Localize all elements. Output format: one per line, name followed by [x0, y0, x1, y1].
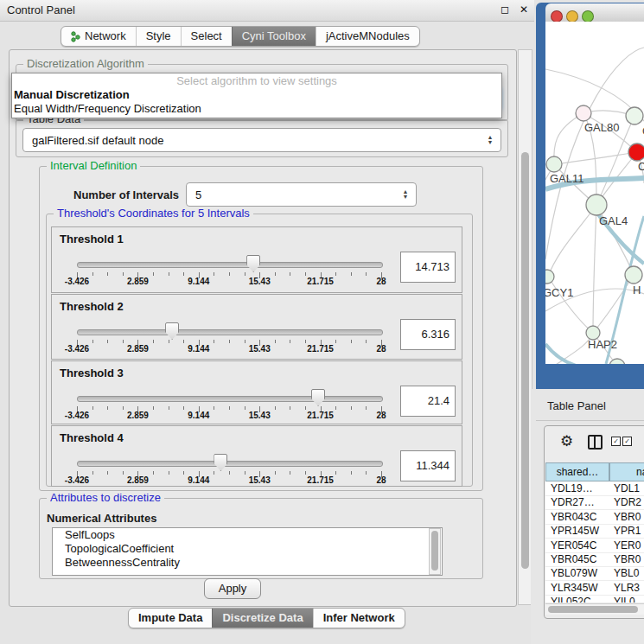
slider-thumb[interactable] — [214, 454, 227, 471]
slider-thumb[interactable] — [311, 389, 325, 406]
close-traffic-light-icon[interactable] — [551, 10, 563, 22]
slider-track[interactable] — [77, 262, 383, 268]
slider-track[interactable] — [77, 329, 383, 335]
network-canvas[interactable]: GAL80GACGAL11GAL4GCY1HHAP2 — [545, 22, 644, 364]
table-row[interactable]: YBR043CYBR0 — [545, 510, 644, 525]
tab-network[interactable]: Network — [61, 27, 136, 46]
network-edge[interactable] — [548, 205, 596, 277]
attribute-list-item[interactable]: SelfLoops — [53, 528, 442, 542]
threshold-value-field[interactable]: 14.713 — [400, 252, 456, 283]
slider-track[interactable] — [77, 396, 383, 402]
slider-tick-label: 9.144 — [188, 277, 209, 286]
table-row[interactable]: YER054CYER0 — [545, 539, 644, 553]
slider-thumb[interactable] — [246, 255, 260, 272]
apply-button[interactable]: Apply — [204, 578, 261, 599]
dropdown-option-manual-discretization[interactable]: Manual Discretization — [12, 88, 501, 102]
control-panel-title: Control Panel — [7, 3, 75, 16]
table-data-combo-value: galFiltered.sif default node — [23, 134, 483, 147]
network-node[interactable] — [626, 107, 643, 124]
network-node[interactable] — [628, 143, 644, 161]
network-node[interactable] — [546, 156, 562, 172]
table-row[interactable]: YBL079WYBL0 — [545, 566, 644, 581]
network-window-titlebar[interactable] — [545, 3, 644, 22]
numerical-attributes-label: Numerical Attributes — [47, 512, 156, 525]
number-of-intervals-combo[interactable]: 5 ▲▼ — [186, 182, 417, 207]
numerical-attributes-list[interactable]: SelfLoopsTopologicalCoefficientBetweenne… — [52, 527, 443, 576]
tab-cyni-toolbox[interactable]: Cyni Toolbox — [232, 27, 316, 46]
threshold-value-field[interactable]: 21.4 — [400, 386, 456, 417]
table-header-name[interactable]: na — [609, 462, 644, 481]
threshold-label: Threshold 4 — [60, 431, 124, 444]
tab-style[interactable]: Style — [136, 27, 181, 46]
tab-select[interactable]: Select — [181, 27, 232, 46]
zoom-traffic-light-icon[interactable] — [582, 10, 594, 22]
network-node-label: HAP2 — [588, 338, 617, 351]
slider-track[interactable] — [77, 461, 383, 467]
table-header-shared-name[interactable]: shared… — [545, 462, 609, 481]
attributes-list-scrollbar[interactable] — [429, 528, 441, 575]
float-window-icon[interactable]: ◻ — [501, 3, 509, 16]
attribute-list-item[interactable]: BetweennessCentrality — [53, 556, 442, 570]
network-edge[interactable] — [554, 113, 583, 164]
tab-discretize-data[interactable]: Discretize Data — [212, 609, 312, 628]
control-panel-tabbar: NetworkStyleSelectCyni ToolboxjActiveMNo… — [61, 26, 420, 47]
slider-tick-label: -3.426 — [65, 475, 89, 485]
attribute-list-item[interactable]: TopologicalCoefficient — [53, 542, 442, 556]
network-node[interactable] — [609, 359, 625, 364]
discretization-algorithm-group-label: Discretization Algorithm — [23, 57, 148, 70]
network-node[interactable] — [586, 194, 607, 215]
gear-icon[interactable]: ⚙ — [560, 432, 573, 450]
slider-tick-label: 28 — [376, 475, 386, 485]
slider-thumb[interactable] — [165, 322, 179, 340]
control-panel-scrollbar-thumb[interactable] — [521, 152, 529, 569]
combo-arrows-icon: ▲▼ — [399, 189, 416, 200]
network-edge[interactable] — [548, 277, 593, 333]
slider-tick-label: 28 — [376, 277, 386, 286]
network-node-label: GAL4 — [599, 214, 628, 227]
network-node[interactable] — [625, 266, 642, 284]
slider-tick-label: -3.426 — [65, 277, 89, 286]
tab-jactivemnodules[interactable]: jActiveMNodules — [316, 27, 419, 46]
minimize-traffic-light-icon[interactable] — [566, 10, 578, 22]
network-edge[interactable] — [545, 333, 593, 364]
network-node-label: GAL11 — [550, 172, 584, 185]
table-data-combo[interactable]: galFiltered.sif default node ▲▼ — [22, 128, 501, 152]
threshold-value-field[interactable]: 6.316 — [400, 319, 456, 350]
table-row[interactable]: YDL19…YDL1 — [545, 481, 644, 496]
slider-tick-label: 2.859 — [127, 344, 149, 354]
network-edge[interactable] — [593, 275, 634, 333]
network-node[interactable] — [576, 105, 591, 121]
tab-infer-network[interactable]: Infer Network — [313, 609, 405, 628]
number-of-intervals-value: 5 — [187, 188, 399, 201]
slider-tick-label: 21.715 — [307, 475, 334, 485]
network-node[interactable] — [545, 270, 554, 284]
algorithm-dropdown-popup: Select algorithm to view settings Manual… — [11, 73, 502, 118]
columns-icon[interactable] — [588, 435, 603, 450]
slider-tick-label: 9.144 — [188, 475, 209, 485]
checked-box-icon[interactable]: ✓ — [622, 437, 632, 446]
thresholds-group-label: Threshold's Coordinates for 5 Intervals — [54, 207, 253, 220]
dropdown-option-equal-width-frequency-discretization[interactable]: Equal Width/Frequency Discretization — [12, 102, 501, 116]
slider-tick-label: 9.144 — [188, 411, 209, 420]
slider-tick-label: 2.859 — [127, 277, 149, 286]
node-attribute-table[interactable]: shared… na YDL19…YDL1YDR27…YDR2YBR043CYB… — [545, 462, 644, 603]
number-of-intervals-label: Number of Intervals — [73, 188, 179, 201]
control-panel-titlebar — [0, 0, 534, 22]
table-row[interactable]: YBR045CYBR0 — [545, 552, 644, 567]
slider-tick-label: -3.426 — [65, 344, 89, 354]
table-horizontal-scrollbar[interactable] — [545, 603, 644, 615]
network-edge[interactable] — [593, 205, 596, 333]
close-window-icon[interactable]: ✕ — [520, 3, 528, 16]
table-row[interactable]: YPR145WYPR1 — [545, 524, 644, 539]
table-row[interactable]: YIL052CYIL0 — [545, 595, 644, 603]
slider-tick-label: 15.43 — [249, 277, 271, 286]
tab-impute-data[interactable]: Impute Data — [129, 609, 212, 628]
checked-box-icon[interactable]: ✓ — [611, 437, 621, 446]
table-row[interactable]: YLR345WYLR3 — [545, 581, 644, 596]
network-node-label: H — [633, 284, 641, 296]
table-row[interactable]: YDR27…YDR2 — [545, 495, 644, 510]
threshold-value-field[interactable]: 11.344 — [400, 450, 456, 481]
interval-definition-group-label: Interval Definition — [47, 159, 140, 172]
slider-tick-label: 21.715 — [307, 411, 334, 420]
network-node-label: GAL80 — [584, 121, 619, 134]
